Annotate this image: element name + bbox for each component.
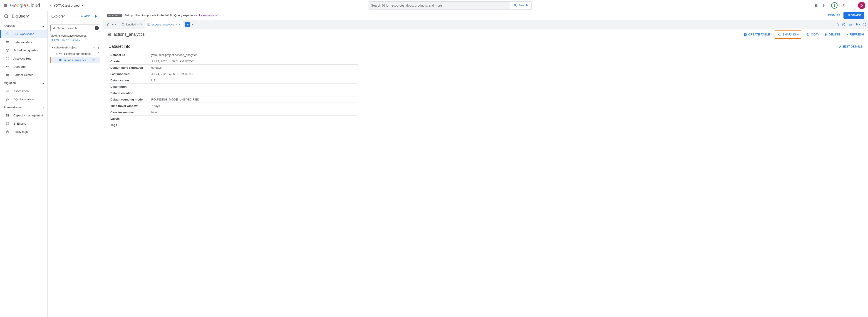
lightbulb-icon[interactable] [855, 23, 860, 26]
search-help-icon[interactable]: ? [95, 26, 99, 30]
svg-point-6 [815, 5, 816, 6]
sharing-button[interactable]: SHARING [775, 30, 801, 39]
nav-item-partner-center[interactable]: Partner Center [0, 71, 48, 79]
add-button[interactable]: ADD [80, 15, 90, 18]
nav-item-analytics-hub[interactable]: Analytics Hub [0, 54, 48, 62]
wrench-icon [5, 97, 10, 102]
refresh-button[interactable]: REFRESH [845, 33, 864, 36]
svg-rect-24 [6, 90, 7, 90]
more-icon[interactable] [849, 3, 855, 8]
learn-more-link[interactable]: Learn more [199, 13, 218, 17]
explorer-search-input[interactable] [51, 25, 100, 32]
dismiss-button[interactable]: DISMISS [828, 13, 840, 17]
project-picker[interactable]: YDTAK test project [45, 2, 86, 9]
svg-rect-12 [824, 4, 827, 7]
nav-item-bi-engine[interactable]: BI Engine [0, 119, 48, 127]
nav-section-migration[interactable]: Migration [0, 79, 48, 87]
svg-point-8 [817, 5, 818, 6]
star-icon[interactable] [93, 45, 96, 50]
svg-rect-29 [7, 92, 9, 92]
tab-strip: ✕ Untitled ✕ actions_analytics ✕ [103, 20, 868, 29]
trash-icon [824, 33, 827, 36]
tab-dataset[interactable]: actions_analytics ✕ [145, 20, 183, 29]
external-link-icon [215, 14, 218, 17]
svg-point-43 [60, 60, 61, 60]
svg-point-66 [779, 33, 780, 34]
svg-rect-57 [849, 25, 851, 25]
svg-point-0 [49, 4, 49, 5]
tree-external-connections[interactable]: External connections [51, 51, 100, 57]
tab-home[interactable]: ✕ [105, 20, 119, 29]
content-area: SANDBOX Set up billing to upgrade to the… [103, 11, 868, 317]
dashboard-icon [5, 113, 10, 118]
nav-item-policy-tags[interactable]: Policy tags [0, 127, 48, 136]
table-row: Last modifiedJul 24, 2023, 4:56:51 PM UT… [108, 71, 359, 77]
more-icon[interactable] [96, 52, 100, 56]
delete-button[interactable]: DELETE [824, 33, 840, 36]
svg-rect-54 [850, 24, 850, 24]
create-table-button[interactable]: CREATE TABLE [744, 33, 770, 36]
nav-item-sql-translation[interactable]: SQL translation [0, 95, 48, 103]
svg-point-63 [110, 34, 110, 35]
connection-icon [59, 52, 63, 55]
search-box: Search [368, 1, 532, 9]
tree-project-row[interactable]: ydtak-test-project [51, 44, 100, 51]
svg-point-17 [6, 57, 7, 58]
close-icon[interactable]: ✕ [140, 23, 143, 26]
info-icon[interactable] [842, 23, 845, 26]
svg-point-19 [6, 59, 7, 60]
upgrade-button[interactable]: UPGRADE [843, 12, 864, 19]
fullscreen-icon[interactable] [863, 23, 866, 26]
hamburger-menu-icon[interactable] [3, 3, 8, 8]
svg-rect-30 [6, 114, 7, 116]
collapse-panel-button[interactable] [93, 13, 99, 19]
more-icon[interactable] [96, 45, 100, 50]
nav-item-assessment[interactable]: Assessment [0, 87, 48, 95]
new-tab-button[interactable] [185, 22, 190, 27]
keyboard-icon[interactable] [848, 23, 852, 26]
close-icon[interactable]: ✕ [178, 23, 181, 26]
refresh-icon [845, 33, 848, 36]
table-row: Tags [108, 122, 359, 128]
transfer-icon [5, 40, 10, 44]
close-icon[interactable]: ✕ [114, 23, 117, 26]
copy-button[interactable]: COPY [806, 33, 819, 36]
apps-icon[interactable] [814, 3, 819, 8]
help-icon[interactable] [841, 3, 846, 8]
svg-rect-55 [850, 24, 851, 24]
show-starred-button[interactable]: SHOW STARRED ONLY [51, 39, 81, 42]
tree-dataset-row[interactable]: actions_analytics [51, 57, 100, 63]
edit-details-button[interactable]: EDIT DETAILS [838, 45, 863, 48]
svg-rect-67 [807, 34, 809, 35]
tab-untitled[interactable]: Untitled ✕ [119, 20, 145, 29]
nav-item-sql-workspace[interactable]: SQL workspace [0, 30, 48, 38]
nav-section-analysis[interactable]: Analysis [0, 22, 48, 30]
avatar[interactable]: D [858, 2, 865, 9]
new-tab-dropdown[interactable] [192, 23, 193, 26]
search-input[interactable] [368, 2, 510, 9]
chevron-down-icon [137, 23, 138, 26]
nav-item-data-transfers[interactable]: Data transfers [0, 38, 48, 46]
table-row: Data locationUS [108, 77, 359, 84]
sandbox-banner: SANDBOX Set up billing to upgrade to the… [103, 11, 868, 20]
svg-point-61 [108, 35, 109, 35]
search-button[interactable]: Search [510, 2, 531, 9]
cloud-shell-icon[interactable] [823, 3, 828, 8]
gcp-logo[interactable]: Google Cloud [10, 2, 40, 8]
nav-item-scheduled-queries[interactable]: Scheduled queries [0, 46, 48, 54]
chevron-down-icon [51, 46, 54, 49]
free-trial-badge[interactable]: 1 [831, 2, 838, 9]
more-icon[interactable] [96, 58, 100, 62]
svg-point-2 [51, 5, 51, 6]
nav-item-capacity-management[interactable]: Capacity management [0, 111, 48, 119]
star-icon[interactable] [92, 58, 95, 62]
nav-item-dataform[interactable]: Dataform [0, 62, 48, 71]
home-shortcut-icon[interactable] [836, 23, 839, 26]
svg-point-59 [108, 34, 109, 34]
engine-icon [5, 121, 10, 126]
dataform-icon [5, 64, 10, 69]
svg-point-44 [60, 60, 61, 61]
svg-point-18 [8, 57, 9, 58]
nav-section-administration[interactable]: Administration [0, 103, 48, 111]
svg-rect-52 [849, 24, 851, 25]
